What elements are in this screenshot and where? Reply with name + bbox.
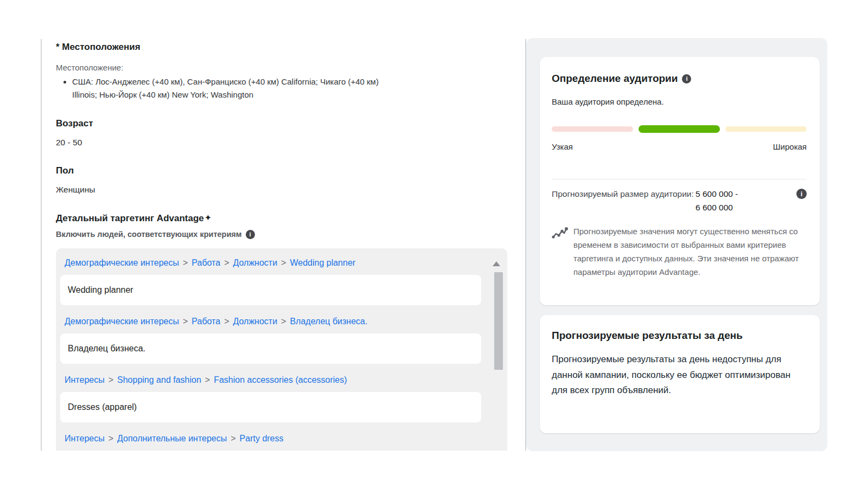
info-icon[interactable]: i [246, 230, 255, 239]
targeting-list: Демографические интересы>Работа>Должност… [56, 248, 507, 451]
breadcrumb-link[interactable]: Wedding planner [290, 258, 355, 267]
targeting-breadcrumb: Демографические интересы>Работа>Должност… [65, 258, 477, 268]
breadcrumb-link[interactable]: Демографические интересы [65, 258, 179, 267]
meter-segment-narrow [552, 126, 633, 132]
estimated-size-value: 5 600 000 - 6 600 000 [695, 187, 738, 214]
card-divider [552, 179, 807, 179]
audience-meter [552, 125, 807, 133]
daily-results-body: Прогнозируемые результаты за день недост… [552, 352, 795, 399]
breadcrumb-separator: > [108, 375, 113, 384]
include-criteria-row: Включить людей, соответствующих критерия… [56, 229, 507, 239]
breadcrumb-separator: > [108, 434, 113, 443]
breadcrumb-link[interactable]: Должности [233, 317, 277, 326]
breadcrumb-link[interactable]: Должности [233, 258, 277, 267]
location-item: США: Лос-Анджелес (+40 км), Сан-Франциск… [72, 75, 390, 101]
scrollbar-up-arrow-icon[interactable] [493, 261, 500, 266]
breadcrumb-link[interactable]: Shopping and fashion [117, 375, 201, 384]
breadcrumb-separator: > [281, 258, 286, 267]
detailed-targeting-title-text: Детальный таргетинг Advantage [56, 213, 204, 223]
breadcrumb-link[interactable]: Работа [192, 258, 220, 267]
breadcrumb-separator: > [183, 317, 188, 326]
targeting-breadcrumb: Интересы>Дополнительные интересы>Party d… [65, 433, 477, 444]
gender-title: Пол [56, 165, 507, 176]
estimated-size-line2: 6 600 000 [695, 201, 738, 214]
targeting-item[interactable]: Владелец бизнеса. [60, 333, 481, 364]
info-icon[interactable]: i [682, 74, 691, 84]
age-value: 20 - 50 [56, 137, 507, 147]
locations-title: * Местоположения [56, 42, 507, 53]
targeting-item[interactable]: Dresses (apparel) [60, 392, 481, 422]
breadcrumb-link[interactable]: Интересы [65, 375, 105, 384]
breadcrumb-separator: > [205, 375, 210, 384]
breadcrumb-separator: > [281, 317, 286, 326]
targeting-breadcrumb: Интересы>Shopping and fashion>Fashion ac… [65, 375, 477, 386]
meter-label-broad: Широкая [773, 142, 807, 151]
audience-status: Ваша аудитория определена. [552, 97, 807, 107]
targeting-breadcrumb: Демографические интересы>Работа>Должност… [65, 316, 477, 327]
estimated-size-row: Прогнозируемый размер аудитории: 5 600 0… [552, 187, 807, 214]
info-icon[interactable]: i [796, 189, 807, 199]
location-label: Местоположение: [56, 62, 507, 73]
estimated-size-label: Прогнозируемый размер аудитории: [552, 187, 695, 201]
daily-results-title: Прогнозируемые результаты за день [552, 329, 807, 342]
daily-results-card: Прогнозируемые результаты за день Прогно… [540, 315, 820, 433]
meter-segment-broad [725, 126, 807, 132]
breadcrumb-link[interactable]: Демографические интересы [65, 317, 179, 326]
gender-value: Женщины [56, 184, 507, 195]
meter-labels: Узкая Широкая [552, 142, 807, 151]
breadcrumb-separator: > [231, 434, 235, 443]
breadcrumb-link[interactable]: Fashion accessories (accessories) [214, 375, 347, 384]
scrollbar-thumb[interactable] [494, 272, 503, 370]
breadcrumb-link[interactable]: Работа [192, 317, 220, 326]
ads-manager-targeting-view: * Местоположения Местоположение: США: Ло… [0, 0, 868, 488]
breadcrumb-separator: > [224, 258, 229, 267]
detailed-targeting-title: Детальный таргетинг Advantage✦ [56, 213, 507, 224]
left-pane-border [41, 39, 42, 451]
estimated-size-line1: 5 600 000 - [695, 187, 738, 201]
breadcrumb-separator: > [224, 317, 229, 326]
meter-segment-active [639, 125, 720, 133]
estimate-disclaimer: Прогнозируемые значения могут существенн… [573, 224, 807, 279]
audience-definition-title: Определение аудитории [552, 72, 678, 85]
targeting-item[interactable]: Wedding planner [60, 275, 481, 305]
breadcrumb-link[interactable]: Интересы [65, 434, 105, 443]
breadcrumb-link[interactable]: Владелец бизнеса. [290, 317, 367, 326]
location-list: США: Лос-Анджелес (+40 км), Сан-Франциск… [56, 75, 507, 101]
audience-definition-header: Определение аудитории i [552, 72, 807, 85]
breadcrumb-separator: > [183, 258, 188, 267]
include-criteria-label: Включить людей, соответствующих критерия… [56, 229, 242, 239]
audience-definition-card: Определение аудитории i Ваша аудитория о… [540, 57, 820, 305]
trend-chart-icon [552, 227, 568, 240]
advantage-sparkle-icon: ✦ [205, 213, 212, 222]
estimate-disclaimer-row: Прогнозируемые значения могут существенн… [552, 224, 807, 279]
breadcrumb-link[interactable]: Party dress [240, 434, 284, 443]
breadcrumb-link[interactable]: Дополнительные интересы [117, 434, 227, 443]
age-title: Возраст [56, 118, 507, 129]
meter-label-narrow: Узкая [552, 142, 573, 151]
targeting-summary-pane: * Местоположения Местоположение: США: Ло… [56, 38, 507, 451]
audience-sidebar: Определение аудитории i Ваша аудитория о… [526, 38, 827, 451]
